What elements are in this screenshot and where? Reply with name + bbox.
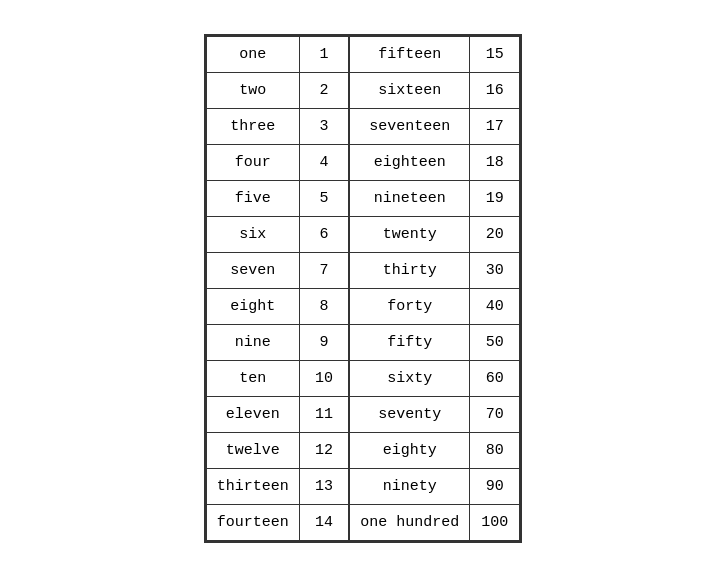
table-row: sixteen16 [350,72,520,108]
word-cell: forty [350,288,470,324]
word-cell: ten [206,360,299,396]
word-cell: six [206,216,299,252]
table-row: eighty80 [350,432,520,468]
number-cell: 4 [299,144,349,180]
table-row: eighteen18 [350,144,520,180]
number-cell: 12 [299,432,349,468]
number-cell: 100 [470,504,520,540]
number-cell: 40 [470,288,520,324]
number-cell: 5 [299,180,349,216]
word-cell: eighty [350,432,470,468]
table-row: thirty30 [350,252,520,288]
number-cell: 30 [470,252,520,288]
word-cell: eight [206,288,299,324]
number-cell: 70 [470,396,520,432]
table-row: four4 [206,144,349,180]
table-row: forty40 [350,288,520,324]
table-row: eight8 [206,288,349,324]
table-row: fifteen15 [350,36,520,72]
word-cell: eleven [206,396,299,432]
number-cell: 60 [470,360,520,396]
table-row: two2 [206,72,349,108]
table-row: eleven11 [206,396,349,432]
word-cell: seventy [350,396,470,432]
number-cell: 16 [470,72,520,108]
number-cell: 90 [470,468,520,504]
table-row: seven7 [206,252,349,288]
word-cell: eighteen [350,144,470,180]
number-cell: 80 [470,432,520,468]
table-row: fourteen14 [206,504,349,540]
word-cell: four [206,144,299,180]
number-cell: 8 [299,288,349,324]
number-cell: 7 [299,252,349,288]
table-row: seventeen17 [350,108,520,144]
word-cell: two [206,72,299,108]
page-container: one1two2three3four4five5six6seven7eight8… [184,14,543,563]
table-row: ninety90 [350,468,520,504]
word-cell: sixty [350,360,470,396]
number-cell: 2 [299,72,349,108]
word-cell: fifty [350,324,470,360]
word-cell: thirty [350,252,470,288]
word-cell: fifteen [350,36,470,72]
number-cell: 50 [470,324,520,360]
word-cell: twelve [206,432,299,468]
tables-wrapper: one1two2three3four4five5six6seven7eight8… [204,34,523,543]
number-cell: 19 [470,180,520,216]
number-cell: 13 [299,468,349,504]
number-cell: 1 [299,36,349,72]
word-cell: nine [206,324,299,360]
number-cell: 11 [299,396,349,432]
word-cell: sixteen [350,72,470,108]
table-row: twelve12 [206,432,349,468]
word-cell: five [206,180,299,216]
word-cell: three [206,108,299,144]
table-row: thirteen13 [206,468,349,504]
left-table: one1two2three3four4five5six6seven7eight8… [206,36,351,541]
number-cell: 20 [470,216,520,252]
table-row: ten10 [206,360,349,396]
number-cell: 6 [299,216,349,252]
table-row: fifty50 [350,324,520,360]
table-row: one hundred100 [350,504,520,540]
word-cell: seven [206,252,299,288]
word-cell: ninety [350,468,470,504]
table-row: six6 [206,216,349,252]
right-table: fifteen15sixteen16seventeen17eighteen18n… [350,36,520,541]
word-cell: one [206,36,299,72]
table-row: five5 [206,180,349,216]
number-cell: 15 [470,36,520,72]
number-cell: 17 [470,108,520,144]
table-row: one1 [206,36,349,72]
table-row: nine9 [206,324,349,360]
number-cell: 10 [299,360,349,396]
word-cell: twenty [350,216,470,252]
number-cell: 3 [299,108,349,144]
number-cell: 9 [299,324,349,360]
word-cell: nineteen [350,180,470,216]
number-cell: 14 [299,504,349,540]
number-cell: 18 [470,144,520,180]
word-cell: seventeen [350,108,470,144]
table-row: nineteen19 [350,180,520,216]
word-cell: fourteen [206,504,299,540]
table-row: seventy70 [350,396,520,432]
word-cell: one hundred [350,504,470,540]
table-row: sixty60 [350,360,520,396]
word-cell: thirteen [206,468,299,504]
table-row: three3 [206,108,349,144]
table-row: twenty20 [350,216,520,252]
